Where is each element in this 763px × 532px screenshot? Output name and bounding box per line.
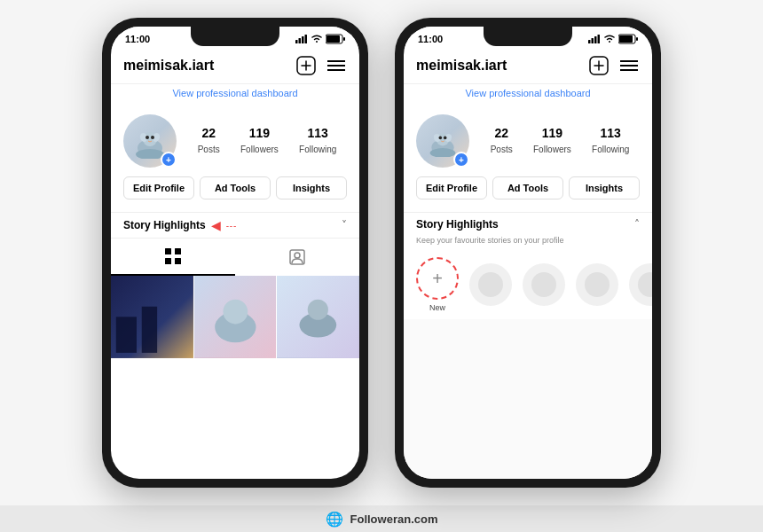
highlight-3: [576, 263, 618, 306]
insights-button-right[interactable]: Insights: [569, 176, 640, 200]
svg-point-34: [308, 300, 328, 320]
screen-right: 11:00: [404, 27, 652, 479]
screen-left: 11:00: [111, 27, 359, 479]
add-story-button-left[interactable]: +: [161, 152, 177, 168]
phone-right: 11:00: [395, 18, 661, 488]
phone-left: 11:00: [102, 18, 368, 488]
story-highlights-title-left: Story Highlights: [123, 219, 206, 231]
ig-header-left: meimisak.iart: [111, 48, 359, 84]
tagged-tab-left[interactable]: [235, 239, 359, 276]
highlight-circle-4[interactable]: [629, 263, 652, 306]
new-highlight-item: + New: [416, 257, 459, 312]
add-post-button-right[interactable]: [588, 55, 610, 76]
followers-label-right: Followers: [533, 145, 571, 154]
svg-rect-36: [592, 38, 594, 43]
followers-stat-right[interactable]: 119 Followers: [533, 126, 571, 156]
story-highlights-left-group: Story Highlights ◀ - - -: [123, 218, 235, 232]
ad-tools-button-right[interactable]: Ad Tools: [492, 176, 563, 200]
profile-row-left: + 22 Posts 119 Followers 113: [123, 114, 347, 168]
svg-rect-21: [175, 248, 181, 254]
ad-tools-button-left[interactable]: Ad Tools: [200, 176, 271, 200]
insights-button-left[interactable]: Insights: [276, 176, 347, 200]
notch-left: [191, 27, 279, 46]
highlight-icon-4: [636, 270, 652, 299]
story-highlights-bar-right: Story Highlights ˄: [404, 212, 652, 236]
following-stat-right[interactable]: 113 Following: [592, 126, 629, 156]
thumb-2-left[interactable]: [194, 276, 277, 358]
tabs-row-left: [111, 238, 359, 276]
posts-stat-left[interactable]: 22 Posts: [198, 126, 220, 156]
header-icons-right: [588, 55, 640, 76]
plus-icon-new: +: [432, 269, 443, 289]
svg-rect-23: [175, 258, 181, 264]
new-highlight-button[interactable]: +: [416, 257, 459, 300]
posts-count-right: 22: [491, 126, 513, 140]
highlight-circle-2[interactable]: [523, 263, 565, 306]
grid-preview-left: [111, 276, 359, 479]
svg-rect-37: [594, 36, 597, 43]
svg-rect-28: [142, 307, 157, 353]
footer-bar: 🌐 Followeran.com: [0, 505, 763, 532]
username-right: meimisak.iart: [416, 58, 507, 74]
add-post-button-left[interactable]: [295, 55, 317, 76]
posts-count-left: 22: [198, 126, 220, 140]
svg-rect-22: [165, 258, 171, 264]
ig-header-right: meimisak.iart: [404, 48, 652, 84]
svg-rect-5: [326, 35, 340, 43]
avatar-right[interactable]: +: [416, 114, 469, 168]
followers-stat-left[interactable]: 119 Followers: [240, 126, 279, 156]
followers-label-left: Followers: [240, 145, 279, 154]
svg-point-55: [478, 272, 503, 297]
svg-rect-2: [302, 36, 304, 43]
grid-icon-left: [164, 247, 182, 265]
svg-point-17: [146, 136, 149, 139]
thumb-1-left[interactable]: [111, 276, 193, 358]
svg-rect-0: [295, 40, 298, 43]
username-left: meimisak.iart: [123, 58, 214, 74]
svg-rect-27: [116, 317, 137, 353]
story-highlights-right-group: Story Highlights: [416, 218, 499, 231]
status-icons-left: [295, 34, 345, 44]
followers-count-right: 119: [533, 126, 571, 140]
profile-section-right: + 22 Posts 119 Followers 113: [404, 106, 652, 212]
following-stat-left[interactable]: 113 Following: [299, 126, 336, 156]
posts-stat-right[interactable]: 22 Posts: [491, 126, 513, 156]
edit-profile-button-left[interactable]: Edit Profile: [123, 176, 194, 200]
menu-button-right[interactable]: [618, 55, 640, 76]
followers-count-left: 119: [240, 126, 279, 140]
chevron-right[interactable]: ˄: [634, 218, 640, 231]
professional-link-left[interactable]: View professional dashboard: [111, 84, 359, 106]
profile-row-right: + 22 Posts 119 Followers 113: [416, 114, 640, 168]
highlight-circle-3[interactable]: [576, 263, 618, 306]
svg-rect-38: [598, 35, 601, 43]
stats-row-left: 22 Posts 119 Followers 113 Following: [187, 126, 347, 156]
footer-logo: Followeran.com: [350, 512, 438, 526]
following-label-right: Following: [592, 145, 629, 154]
thumb-3-left[interactable]: [277, 276, 359, 358]
highlights-row-right: + New: [404, 250, 652, 319]
signal-icon-right: [588, 35, 601, 43]
highlight-2: [523, 263, 565, 306]
grid-tab-left[interactable]: [111, 239, 235, 276]
highlight-icon-3: [583, 270, 611, 299]
action-buttons-left: Edit Profile Ad Tools Insights: [123, 176, 347, 200]
dashed-indicator-left: - - -: [226, 221, 236, 231]
time-left: 11:00: [125, 34, 150, 44]
chevron-left[interactable]: ˅: [342, 219, 347, 231]
edit-profile-button-right[interactable]: Edit Profile: [416, 176, 487, 200]
avatar-left[interactable]: +: [123, 114, 177, 168]
posts-label-right: Posts: [491, 145, 513, 154]
posts-label-left: Posts: [198, 145, 220, 154]
svg-rect-41: [636, 37, 638, 41]
add-story-button-right[interactable]: +: [453, 152, 469, 168]
status-icons-right: [588, 34, 638, 44]
menu-button-left[interactable]: [326, 55, 347, 76]
battery-icon: [326, 34, 345, 44]
signal-icon: [295, 35, 308, 43]
svg-point-57: [585, 272, 610, 297]
highlight-circle-1[interactable]: [469, 263, 512, 306]
professional-link-right[interactable]: View professional dashboard: [404, 84, 652, 106]
bottom-fill-right: [404, 319, 652, 479]
following-count-right: 113: [592, 126, 629, 140]
svg-point-18: [151, 136, 154, 139]
